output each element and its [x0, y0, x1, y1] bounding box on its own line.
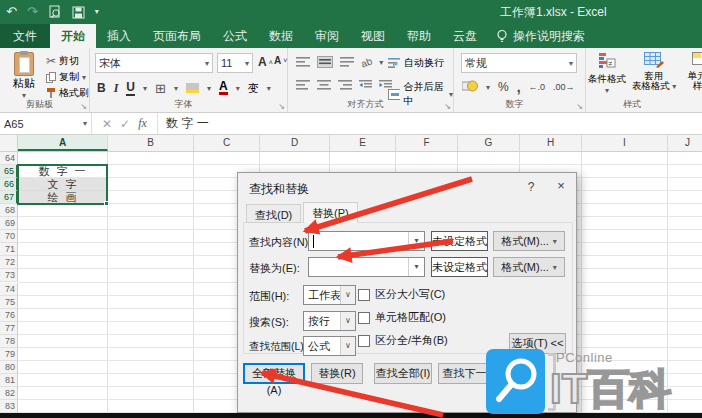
copy-button[interactable]: 复制▾	[46, 70, 86, 84]
row-header[interactable]: 64	[0, 152, 18, 165]
row-header[interactable]: 73	[0, 269, 18, 282]
row-header[interactable]: 76	[0, 309, 18, 322]
row-header[interactable]: 70	[0, 230, 18, 243]
row-header[interactable]: 78	[0, 335, 18, 348]
align-bottom-icon[interactable]	[340, 57, 354, 67]
fill-color-icon[interactable]	[186, 83, 199, 93]
borders-icon[interactable]: ⊞	[155, 81, 166, 96]
dialog-close-button[interactable]: ×	[550, 178, 572, 193]
format-as-table-button[interactable]: 套用表格格式 ▾	[630, 52, 678, 92]
ribbon-tab[interactable]: 数据	[258, 24, 304, 48]
checkbox-row[interactable]: 区分大小写(C)	[358, 287, 445, 302]
paste-button[interactable]: 粘贴 ▾	[6, 52, 42, 100]
alignment-launcher-icon[interactable]: ↘	[444, 102, 451, 111]
column-header[interactable]: E	[330, 135, 396, 151]
column-header[interactable]: I	[582, 135, 668, 151]
tell-me-search[interactable]: 操作说明搜索	[488, 24, 593, 48]
decrease-indent-icon[interactable]	[359, 80, 372, 90]
find-dropdown-icon[interactable]: ▾	[408, 232, 424, 250]
checkbox[interactable]	[358, 312, 370, 324]
dialog-tab[interactable]: 替换(P)	[303, 202, 358, 223]
column-header[interactable]: D	[260, 135, 330, 151]
orientation-icon[interactable]: ab	[359, 55, 373, 69]
row-header[interactable]: 72	[0, 256, 18, 269]
search-combo[interactable]: 按行∨	[303, 311, 356, 331]
dialog-help-button[interactable]: ?	[522, 180, 540, 194]
column-header[interactable]: G	[458, 135, 520, 151]
cell-styles-button[interactable]: 单元格样式	[682, 52, 702, 91]
row-header[interactable]: 71	[0, 243, 18, 256]
align-center-icon[interactable]	[317, 80, 331, 90]
row-header[interactable]: 75	[0, 296, 18, 309]
align-left-icon[interactable]	[296, 80, 310, 90]
dialog-button[interactable]: 全部替换(A)	[243, 363, 305, 384]
redo-icon[interactable]: ↷	[27, 4, 38, 20]
row-header[interactable]: 69	[0, 217, 18, 230]
ribbon-tab[interactable]: 页面布局	[142, 24, 212, 48]
shrink-font-button[interactable]: A˅	[274, 55, 287, 66]
row-header[interactable]: 83	[0, 400, 18, 413]
qat-customize-icon[interactable]: ▾	[95, 4, 99, 20]
clipboard-launcher-icon[interactable]: ↘	[80, 102, 87, 111]
align-top-icon[interactable]	[296, 57, 310, 67]
number-launcher-icon[interactable]: ↘	[576, 102, 583, 111]
column-header[interactable]: B	[108, 135, 194, 151]
bold-button[interactable]: B	[97, 81, 106, 95]
replace-format-button[interactable]: 格式(M)...▾	[493, 257, 565, 277]
cut-button[interactable]: ✂剪切	[46, 54, 79, 68]
percent-style-button[interactable]: %	[498, 80, 509, 94]
align-middle-icon[interactable]	[317, 56, 333, 68]
underline-dropdown[interactable]: ▾	[143, 84, 147, 93]
column-header[interactable]: C	[194, 135, 260, 151]
ribbon-tab[interactable]: 云盘	[442, 24, 488, 48]
row-header[interactable]: 74	[0, 283, 18, 296]
row-header[interactable]: 80	[0, 361, 18, 374]
wrap-text-button[interactable]: 自动换行	[388, 56, 444, 70]
dialog-tab[interactable]: 查找(D)	[246, 204, 301, 223]
find-what-input[interactable]: ▾	[308, 231, 425, 251]
replace-with-input[interactable]: ▾	[308, 257, 425, 277]
insert-function-icon[interactable]: fx	[138, 116, 147, 131]
row-header[interactable]: 82	[0, 387, 18, 400]
row-header[interactable]: 65	[0, 165, 18, 178]
ribbon-tab[interactable]: 公式	[212, 24, 258, 48]
checkbox[interactable]	[358, 335, 370, 347]
font-size-combo[interactable]: 11▾	[217, 53, 253, 73]
accounting-format-icon[interactable]	[462, 80, 478, 95]
font-color-icon[interactable]: A	[219, 81, 228, 95]
column-header[interactable]: A	[18, 135, 108, 151]
ribbon-tab[interactable]: 开始	[50, 24, 96, 48]
dialog-button[interactable]: 查找全部(I)	[374, 363, 432, 384]
name-box-dropdown-icon[interactable]: ▾	[83, 119, 87, 128]
undo-icon[interactable]: ↶	[6, 4, 17, 20]
underline-button[interactable]: U	[126, 80, 135, 96]
cancel-icon[interactable]: ✕	[102, 117, 112, 131]
number-format-combo[interactable]: 常规▾	[461, 53, 577, 73]
decrease-decimal-button[interactable]: .00→	[553, 82, 575, 92]
grow-font-button[interactable]: A˄	[258, 55, 273, 69]
conditional-formatting-button[interactable]: ≠ 条件格式 ▾	[588, 52, 626, 95]
align-right-icon[interactable]	[338, 80, 352, 90]
within-combo[interactable]: 工作表∨	[303, 285, 356, 305]
fill-handle[interactable]	[104, 201, 109, 206]
save-icon[interactable]	[72, 6, 85, 19]
look-in-combo[interactable]: 公式∨	[303, 336, 356, 356]
row-header[interactable]: 77	[0, 322, 18, 335]
ribbon-tab[interactable]: 插入	[96, 24, 142, 48]
increase-decimal-button[interactable]: ←.0	[529, 82, 546, 92]
column-header[interactable]: F	[396, 135, 458, 151]
print-preview-icon[interactable]	[48, 5, 62, 19]
find-format-button[interactable]: 格式(M)...▾	[493, 231, 565, 251]
italic-button[interactable]: I	[114, 81, 119, 96]
row-header[interactable]: 81	[0, 374, 18, 387]
checkbox-row[interactable]: 区分全/半角(B)	[358, 333, 448, 348]
tab-file[interactable]: 文件	[0, 24, 50, 48]
ribbon-tab[interactable]: 审阅	[304, 24, 350, 48]
ribbon-tab[interactable]: 视图	[350, 24, 396, 48]
checkbox-row[interactable]: 单元格匹配(O)	[358, 310, 446, 325]
phonetic-button[interactable]: 变	[248, 81, 259, 96]
select-all-corner[interactable]	[0, 135, 18, 151]
column-header[interactable]: H	[520, 135, 582, 151]
font-launcher-icon[interactable]: ↘	[278, 102, 285, 111]
dialog-button[interactable]: 替换(R)	[311, 363, 363, 384]
